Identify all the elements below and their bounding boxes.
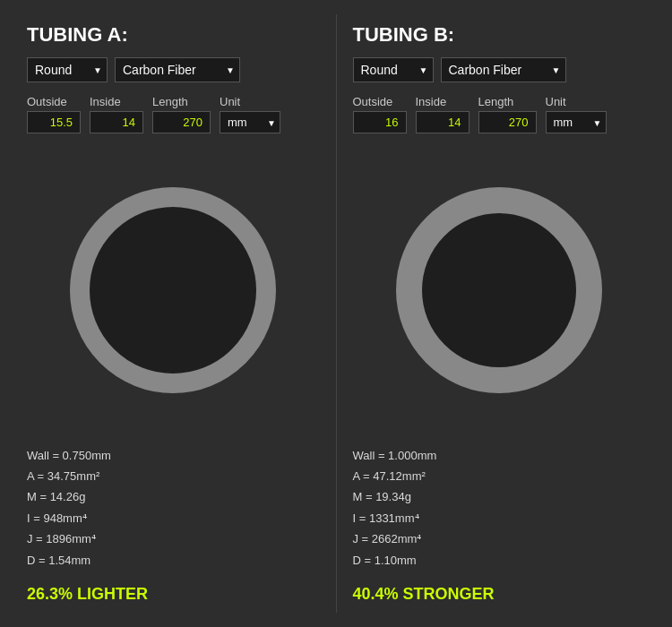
tubing-a-unit-select[interactable]: mm in cm (220, 111, 280, 133)
tubing-a-shape-select[interactable]: Round Square Rectangle (27, 57, 108, 82)
tubing-a-inside-group: Inside (90, 95, 143, 133)
tubing-b-title: TUBING B: (353, 23, 646, 47)
tubing-a-deflection: D = 1.54mm (27, 550, 320, 571)
tubing-b-shape-wrapper: Round Square Rectangle (353, 57, 434, 82)
tubing-b-inside-group: Inside (416, 95, 470, 133)
tubing-b-wall: Wall = 1.000mm (353, 445, 646, 466)
tubing-a-shape-wrapper: Round Square Rectangle (27, 57, 108, 82)
tubing-a-circle-container (27, 148, 320, 433)
tubing-b-length-input[interactable] (478, 111, 537, 133)
tubing-b-shape-select[interactable]: Round Square Rectangle (353, 57, 434, 82)
tubing-a-length-group: Length (152, 95, 211, 133)
tubing-a-inside-input[interactable] (90, 111, 143, 133)
tubing-a-title: TUBING A: (27, 23, 320, 47)
tubing-b-controls: Round Square Rectangle Carbon Fiber Stee… (353, 57, 646, 82)
tubing-a-panel: TUBING A: Round Square Rectangle Carbon … (14, 14, 332, 613)
tubing-b-unit-select[interactable]: mm in cm (546, 111, 607, 133)
tubing-a-unit-label: Unit (220, 95, 240, 108)
tubing-a-material-wrapper: Carbon Fiber Steel Aluminum Titanium (115, 57, 240, 82)
tubing-b-circle (396, 187, 602, 393)
tubing-a-unit-group: Unit mm in cm (220, 95, 280, 133)
tubing-a-mass: M = 14.26g (27, 486, 320, 507)
tubing-a-material-select[interactable]: Carbon Fiber Steel Aluminum Titanium (115, 57, 240, 82)
tubing-b-polar: J = 2662mm⁴ (353, 528, 646, 549)
tubing-a-inside-label: Inside (90, 95, 121, 108)
tubing-a-wall: Wall = 0.750mm (27, 445, 320, 466)
tubing-a-length-input[interactable] (152, 111, 211, 133)
tubing-a-inertia: I = 948mm⁴ (27, 508, 320, 528)
tubing-a-dimensions: Outside Inside Length Unit mm in cm (27, 95, 320, 133)
tubing-b-panel: TUBING B: Round Square Rectangle Carbon … (340, 14, 659, 613)
tubing-a-outside-group: Outside (27, 95, 81, 133)
tubing-b-unit-label: Unit (546, 95, 566, 108)
tubing-b-stats: Wall = 1.000mm A = 47.12mm² M = 19.34g I… (353, 445, 646, 571)
tubing-b-unit-wrapper: mm in cm (546, 111, 607, 133)
tubing-a-unit-wrapper: mm in cm (220, 111, 280, 133)
tubing-b-inside-label: Inside (416, 95, 447, 108)
tubing-b-inside-input[interactable] (416, 111, 470, 133)
tubing-a-stats: Wall = 0.750mm A = 34.75mm² M = 14.26g I… (27, 445, 320, 571)
tubing-a-length-label: Length (152, 95, 188, 108)
tubing-a-outside-input[interactable] (27, 111, 81, 133)
tubing-b-outside-input[interactable] (353, 111, 407, 133)
tubing-b-inertia: I = 1331mm⁴ (353, 508, 646, 528)
tubing-b-length-group: Length (478, 95, 537, 133)
tubing-b-highlight: 40.4% STRONGER (353, 585, 646, 604)
main-container: TUBING A: Round Square Rectangle Carbon … (0, 0, 672, 627)
tubing-b-outside-label: Outside (353, 95, 393, 108)
tubing-b-circle-container (353, 148, 646, 433)
tubing-b-unit-group: Unit mm in cm (546, 95, 607, 133)
tubing-b-mass: M = 19.34g (353, 486, 646, 507)
tubing-b-deflection: D = 1.10mm (353, 550, 646, 571)
tubing-b-dimensions: Outside Inside Length Unit mm in cm (353, 95, 646, 133)
tubing-a-highlight: 26.3% LIGHTER (27, 585, 320, 604)
tubing-b-material-wrapper: Carbon Fiber Steel Aluminum Titanium (441, 57, 566, 82)
tubing-a-polar: J = 1896mm⁴ (27, 528, 320, 549)
tubing-a-controls: Round Square Rectangle Carbon Fiber Stee… (27, 57, 320, 82)
panel-divider (336, 14, 337, 613)
tubing-b-area: A = 47.12mm² (353, 466, 646, 486)
tubing-a-area: A = 34.75mm² (27, 466, 320, 486)
tubing-a-circle (70, 187, 276, 393)
tubing-a-outside-label: Outside (27, 95, 67, 108)
tubing-b-outside-group: Outside (353, 95, 407, 133)
tubing-b-length-label: Length (478, 95, 514, 108)
tubing-b-material-select[interactable]: Carbon Fiber Steel Aluminum Titanium (441, 57, 566, 82)
